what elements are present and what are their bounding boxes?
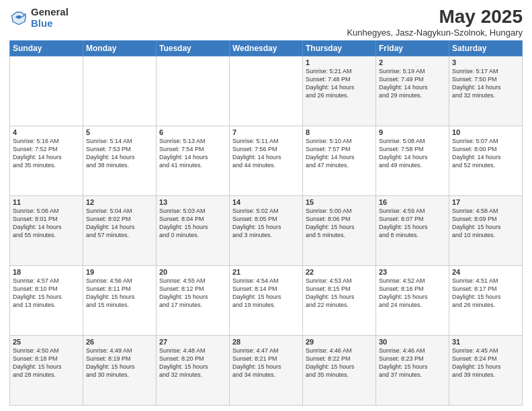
day-cell-w2-d2: 6Sunrise: 5:13 AM Sunset: 7:54 PM Daylig… xyxy=(157,126,230,195)
week-row-5: 25Sunrise: 4:50 AM Sunset: 8:18 PM Dayli… xyxy=(10,335,523,405)
day-info: Sunrise: 4:55 AM Sunset: 8:12 PM Dayligh… xyxy=(159,277,226,310)
calendar-body: 1Sunrise: 5:21 AM Sunset: 7:48 PM Daylig… xyxy=(10,56,523,405)
day-cell-w5-d6: 31Sunrise: 4:45 AM Sunset: 8:24 PM Dayli… xyxy=(449,335,523,405)
day-number: 3 xyxy=(452,58,519,66)
calendar-subtitle: Kunhegyes, Jasz-Nagykun-Szolnok, Hungary xyxy=(347,28,523,38)
day-info: Sunrise: 5:11 AM Sunset: 7:56 PM Dayligh… xyxy=(232,137,300,170)
day-cell-w2-d1: 5Sunrise: 5:14 AM Sunset: 7:53 PM Daylig… xyxy=(83,126,157,195)
week-row-1: 1Sunrise: 5:21 AM Sunset: 7:48 PM Daylig… xyxy=(10,56,523,126)
page: General Blue May 2025 Kunhegyes, Jasz-Na… xyxy=(0,0,532,411)
day-cell-w2-d3: 7Sunrise: 5:11 AM Sunset: 7:56 PM Daylig… xyxy=(230,126,303,195)
logo-blue-text: Blue xyxy=(31,18,69,30)
day-cell-w4-d0: 18Sunrise: 4:57 AM Sunset: 8:10 PM Dayli… xyxy=(10,265,83,335)
day-info: Sunrise: 5:19 AM Sunset: 7:49 PM Dayligh… xyxy=(379,67,446,100)
day-number: 24 xyxy=(452,268,519,276)
day-cell-w1-d1 xyxy=(83,56,157,126)
calendar-table: Sunday Monday Tuesday Wednesday Thursday… xyxy=(9,40,523,406)
day-number: 10 xyxy=(452,128,519,136)
day-info: Sunrise: 5:07 AM Sunset: 8:00 PM Dayligh… xyxy=(452,137,519,170)
day-info: Sunrise: 4:51 AM Sunset: 8:17 PM Dayligh… xyxy=(452,277,519,310)
header-monday: Monday xyxy=(83,40,157,56)
day-info: Sunrise: 4:57 AM Sunset: 8:10 PM Dayligh… xyxy=(13,277,80,310)
day-cell-w2-d4: 8Sunrise: 5:10 AM Sunset: 7:57 PM Daylig… xyxy=(303,126,376,195)
day-cell-w3-d1: 12Sunrise: 5:04 AM Sunset: 8:02 PM Dayli… xyxy=(83,195,157,265)
calendar-header: Sunday Monday Tuesday Wednesday Thursday… xyxy=(10,40,523,56)
day-cell-w3-d4: 15Sunrise: 5:00 AM Sunset: 8:06 PM Dayli… xyxy=(303,195,376,265)
day-info: Sunrise: 4:53 AM Sunset: 8:15 PM Dayligh… xyxy=(306,277,373,310)
day-number: 20 xyxy=(159,268,226,276)
day-number: 18 xyxy=(13,268,80,276)
day-number: 16 xyxy=(379,198,446,206)
day-number: 2 xyxy=(379,58,446,66)
day-info: Sunrise: 5:21 AM Sunset: 7:48 PM Dayligh… xyxy=(306,67,373,100)
day-number: 26 xyxy=(86,338,153,346)
day-cell-w3-d2: 13Sunrise: 5:03 AM Sunset: 8:04 PM Dayli… xyxy=(157,195,230,265)
day-cell-w4-d2: 20Sunrise: 4:55 AM Sunset: 8:12 PM Dayli… xyxy=(157,265,230,335)
day-info: Sunrise: 5:08 AM Sunset: 7:58 PM Dayligh… xyxy=(379,137,446,170)
day-number: 17 xyxy=(452,198,519,206)
day-number: 11 xyxy=(13,198,80,206)
logo-text: General Blue xyxy=(31,7,69,29)
day-cell-w4-d5: 23Sunrise: 4:52 AM Sunset: 8:16 PM Dayli… xyxy=(376,265,449,335)
title-block: May 2025 Kunhegyes, Jasz-Nagykun-Szolnok… xyxy=(347,7,523,38)
day-number: 8 xyxy=(306,128,373,136)
day-cell-w1-d0 xyxy=(10,56,83,126)
day-info: Sunrise: 4:49 AM Sunset: 8:19 PM Dayligh… xyxy=(86,347,153,379)
header-friday: Friday xyxy=(376,40,449,56)
day-info: Sunrise: 5:00 AM Sunset: 8:06 PM Dayligh… xyxy=(306,207,373,240)
day-number: 6 xyxy=(159,128,226,136)
day-number: 13 xyxy=(159,198,226,206)
weekday-header-row: Sunday Monday Tuesday Wednesday Thursday… xyxy=(10,40,523,56)
day-cell-w2-d5: 9Sunrise: 5:08 AM Sunset: 7:58 PM Daylig… xyxy=(376,126,449,195)
header-wednesday: Wednesday xyxy=(230,40,303,56)
day-cell-w5-d1: 26Sunrise: 4:49 AM Sunset: 8:19 PM Dayli… xyxy=(83,335,157,405)
day-info: Sunrise: 4:47 AM Sunset: 8:21 PM Dayligh… xyxy=(232,347,300,379)
day-cell-w3-d0: 11Sunrise: 5:06 AM Sunset: 8:01 PM Dayli… xyxy=(10,195,83,265)
day-info: Sunrise: 4:50 AM Sunset: 8:18 PM Dayligh… xyxy=(13,347,80,379)
day-info: Sunrise: 4:56 AM Sunset: 8:11 PM Dayligh… xyxy=(86,277,153,310)
day-info: Sunrise: 5:02 AM Sunset: 8:05 PM Dayligh… xyxy=(232,207,300,240)
day-cell-w2-d0: 4Sunrise: 5:16 AM Sunset: 7:52 PM Daylig… xyxy=(10,126,83,195)
day-info: Sunrise: 4:46 AM Sunset: 8:23 PM Dayligh… xyxy=(379,347,446,379)
day-number: 30 xyxy=(379,338,446,346)
header-tuesday: Tuesday xyxy=(157,40,230,56)
day-number: 28 xyxy=(232,338,300,346)
day-info: Sunrise: 5:06 AM Sunset: 8:01 PM Dayligh… xyxy=(13,207,80,240)
day-cell-w5-d5: 30Sunrise: 4:46 AM Sunset: 8:23 PM Dayli… xyxy=(376,335,449,405)
week-row-2: 4Sunrise: 5:16 AM Sunset: 7:52 PM Daylig… xyxy=(10,126,523,195)
day-cell-w5-d3: 28Sunrise: 4:47 AM Sunset: 8:21 PM Dayli… xyxy=(230,335,303,405)
day-info: Sunrise: 5:16 AM Sunset: 7:52 PM Dayligh… xyxy=(13,137,80,170)
day-number: 31 xyxy=(452,338,519,346)
day-info: Sunrise: 5:04 AM Sunset: 8:02 PM Dayligh… xyxy=(86,207,153,240)
day-number: 1 xyxy=(306,58,373,66)
day-cell-w3-d5: 16Sunrise: 4:59 AM Sunset: 8:07 PM Dayli… xyxy=(376,195,449,265)
day-cell-w4-d1: 19Sunrise: 4:56 AM Sunset: 8:11 PM Dayli… xyxy=(83,265,157,335)
day-info: Sunrise: 5:13 AM Sunset: 7:54 PM Dayligh… xyxy=(159,137,226,170)
logo-icon xyxy=(9,9,28,28)
day-number: 14 xyxy=(232,198,300,206)
day-info: Sunrise: 5:10 AM Sunset: 7:57 PM Dayligh… xyxy=(306,137,373,170)
header-saturday: Saturday xyxy=(449,40,523,56)
week-row-4: 18Sunrise: 4:57 AM Sunset: 8:10 PM Dayli… xyxy=(10,265,523,335)
day-number: 4 xyxy=(13,128,80,136)
header-sunday: Sunday xyxy=(10,40,83,56)
day-number: 19 xyxy=(86,268,153,276)
day-cell-w5-d4: 29Sunrise: 4:46 AM Sunset: 8:22 PM Dayli… xyxy=(303,335,376,405)
day-info: Sunrise: 5:17 AM Sunset: 7:50 PM Dayligh… xyxy=(452,67,519,100)
day-cell-w3-d3: 14Sunrise: 5:02 AM Sunset: 8:05 PM Dayli… xyxy=(230,195,303,265)
day-cell-w2-d6: 10Sunrise: 5:07 AM Sunset: 8:00 PM Dayli… xyxy=(449,126,523,195)
day-number: 5 xyxy=(86,128,153,136)
day-info: Sunrise: 4:52 AM Sunset: 8:16 PM Dayligh… xyxy=(379,277,446,310)
day-number: 7 xyxy=(232,128,300,136)
calendar-title: May 2025 xyxy=(347,7,523,28)
day-number: 29 xyxy=(306,338,373,346)
day-info: Sunrise: 4:46 AM Sunset: 8:22 PM Dayligh… xyxy=(306,347,373,379)
day-info: Sunrise: 5:03 AM Sunset: 8:04 PM Dayligh… xyxy=(159,207,226,240)
day-cell-w1-d3 xyxy=(230,56,303,126)
header-thursday: Thursday xyxy=(303,40,376,56)
day-cell-w1-d6: 3Sunrise: 5:17 AM Sunset: 7:50 PM Daylig… xyxy=(449,56,523,126)
day-number: 12 xyxy=(86,198,153,206)
day-number: 23 xyxy=(379,268,446,276)
header: General Blue May 2025 Kunhegyes, Jasz-Na… xyxy=(9,7,523,38)
day-info: Sunrise: 5:14 AM Sunset: 7:53 PM Dayligh… xyxy=(86,137,153,170)
